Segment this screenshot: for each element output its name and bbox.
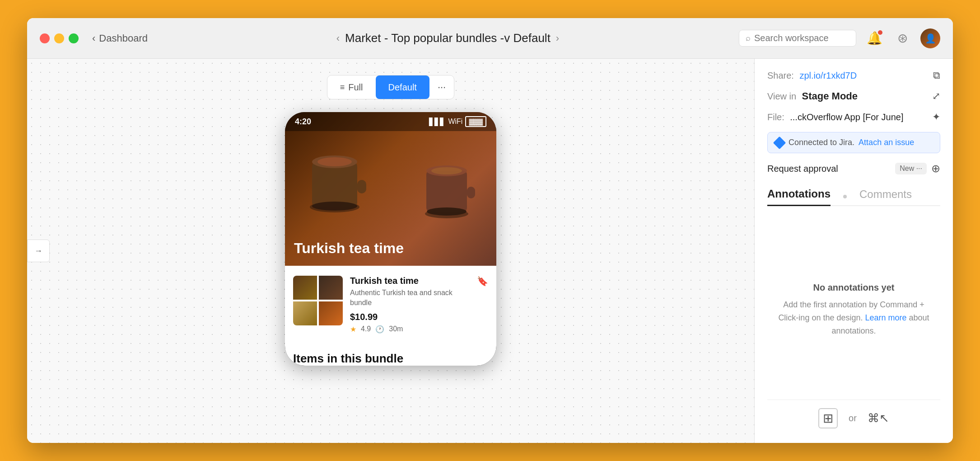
- jira-connected-text: Connected to Jira. Attach an issue: [789, 138, 914, 147]
- view-in-label: View in: [767, 91, 796, 101]
- jira-icon: [773, 136, 786, 149]
- close-button[interactable]: [40, 33, 50, 43]
- status-bar: 4:20 ▋▋▋ WiFi ▓▓▓: [285, 112, 496, 131]
- avatar[interactable]: 👤: [920, 28, 940, 48]
- bookmark-icon[interactable]: 🔖: [477, 276, 488, 287]
- stage-mode-label[interactable]: Stage Mode: [802, 90, 858, 102]
- titlebar: ‹ Dashboard ‹ Market - Top popular bundl…: [27, 18, 953, 59]
- layers-icon: ≡: [340, 83, 345, 92]
- main-content: → ≡ Full Default ···: [27, 59, 953, 443]
- svg-rect-10: [467, 187, 475, 198]
- clock-icon: 🕐: [375, 325, 384, 334]
- arrow-right-icon: →: [34, 246, 42, 256]
- svg-rect-1: [312, 162, 357, 207]
- copy-link-button[interactable]: ⧉: [933, 70, 940, 81]
- svg-rect-4: [357, 180, 366, 193]
- ellipsis-icon: ···: [438, 81, 446, 93]
- layers-view-button[interactable]: ≡ Full: [327, 75, 376, 99]
- product-card: Turkish tea time Authentic Turkish tea a…: [285, 266, 496, 343]
- annotation-tabs: Annotations Comments: [767, 188, 940, 206]
- tab-annotations[interactable]: Annotations: [767, 188, 831, 206]
- status-icons: ▋▋▋ WiFi ▓▓▓: [429, 116, 486, 127]
- tea-cup-left-image: [299, 135, 371, 225]
- request-approval-row: Request approval New ··· ⊕: [767, 162, 940, 175]
- dashboard-label[interactable]: Dashboard: [99, 33, 148, 44]
- battery-icon: ▓▓▓: [465, 116, 486, 127]
- status-time: 4:20: [295, 117, 311, 127]
- svg-point-11: [427, 207, 467, 216]
- product-name: Turkish tea time: [350, 276, 470, 286]
- product-image-4: [319, 301, 343, 325]
- product-image-3: [293, 301, 317, 325]
- approval-badge-text: New ···: [900, 165, 922, 173]
- hero-image: 4:20 ▋▋▋ WiFi ▓▓▓: [285, 112, 496, 266]
- svg-point-5: [312, 202, 357, 211]
- product-thumbnail-grid: [293, 276, 343, 325]
- no-annotations-title: No annotations yet: [813, 282, 894, 293]
- back-chevron-icon: ‹: [92, 33, 95, 44]
- tea-cup-right-image: [415, 148, 478, 230]
- search-bar[interactable]: ⌕: [739, 30, 856, 47]
- items-section-title: Items in this bundle: [293, 352, 488, 366]
- svg-point-9: [431, 167, 462, 174]
- attach-issue-link[interactable]: Attach an issue: [859, 138, 914, 147]
- share-link[interactable]: zpl.io/r1xkd7D: [799, 71, 857, 80]
- product-description: Authentic Turkish tea and snack bundle: [350, 288, 470, 308]
- star-icon: ★: [350, 325, 356, 334]
- product-image-2: [319, 276, 343, 300]
- delivery-time: 30m: [389, 325, 403, 333]
- back-nav[interactable]: ‹ Dashboard: [92, 33, 148, 44]
- collapse-panel-button[interactable]: →: [27, 240, 50, 262]
- hero-title: Turkish tea time: [294, 240, 404, 257]
- titlebar-right: ⌕ 🔔 ⊛ 👤: [739, 28, 940, 48]
- product-price: $10.99: [350, 312, 470, 322]
- minimize-button[interactable]: [54, 33, 64, 43]
- product-row: Turkish tea time Authentic Turkish tea a…: [293, 276, 488, 334]
- page-title: Market - Top popular bundles -v Default: [345, 31, 551, 45]
- jira-badge: Connected to Jira. Attach an issue: [767, 132, 940, 153]
- help-icon: ⊛: [897, 31, 908, 46]
- maximize-button[interactable]: [69, 33, 79, 43]
- svg-rect-7: [426, 171, 467, 212]
- file-row: File: ...ckOverflow App [For June] ✦: [767, 111, 940, 123]
- notification-badge: [877, 29, 883, 36]
- learn-more-link[interactable]: Learn more: [865, 313, 907, 322]
- product-rating: 4.9: [361, 325, 371, 333]
- product-meta: ★ 4.9 🕐 30m: [350, 325, 470, 334]
- annotations-empty-state: No annotations yet Add the first annotat…: [767, 221, 940, 400]
- tab-separator: [843, 195, 847, 198]
- file-label: File:: [767, 112, 784, 122]
- svg-point-3: [317, 157, 352, 166]
- stage-mode-icon[interactable]: ⤢: [932, 90, 940, 102]
- notifications-button[interactable]: 🔔: [864, 28, 884, 48]
- device-preview: 4:20 ▋▋▋ WiFi ▓▓▓: [285, 112, 496, 366]
- search-input[interactable]: [754, 33, 849, 43]
- approval-status-badge: New ···: [895, 163, 927, 174]
- add-approval-button[interactable]: ⊕: [931, 162, 940, 175]
- prev-page-icon[interactable]: ‹: [336, 33, 340, 44]
- default-label: Default: [388, 82, 417, 93]
- figma-file-icon[interactable]: ✦: [932, 111, 940, 123]
- search-icon: ⌕: [746, 33, 751, 43]
- wifi-icon: WiFi: [448, 118, 462, 126]
- approval-right: New ··· ⊕: [895, 162, 940, 175]
- keyboard-shortcut-icon: ⌘↖: [868, 411, 889, 425]
- titlebar-center: ‹ Market - Top popular bundles -v Defaul…: [157, 31, 739, 45]
- share-label: Share:: [767, 71, 794, 80]
- next-page-icon[interactable]: ›: [556, 33, 559, 44]
- app-window: ‹ Dashboard ‹ Market - Top popular bundl…: [27, 18, 953, 443]
- annotations-hint: Add the first annotation by Command + Cl…: [776, 298, 931, 337]
- file-value: ...ckOverflow App [For June]: [790, 112, 903, 122]
- view-controls: ≡ Full Default ···: [327, 75, 454, 99]
- annotation-toolbar: ⊞ or ⌘↖: [767, 400, 940, 432]
- product-info: Turkish tea time Authentic Turkish tea a…: [350, 276, 470, 334]
- share-row: Share: zpl.io/r1xkd7D ⧉: [767, 70, 940, 81]
- request-approval-label: Request approval: [767, 164, 838, 174]
- default-view-button[interactable]: Default: [376, 75, 429, 99]
- add-annotation-button[interactable]: ⊞: [818, 408, 838, 428]
- tab-comments[interactable]: Comments: [859, 188, 912, 205]
- product-image-1: [293, 276, 317, 300]
- traffic-lights: [40, 33, 79, 43]
- help-button[interactable]: ⊛: [892, 28, 912, 48]
- more-views-button[interactable]: ···: [429, 75, 454, 99]
